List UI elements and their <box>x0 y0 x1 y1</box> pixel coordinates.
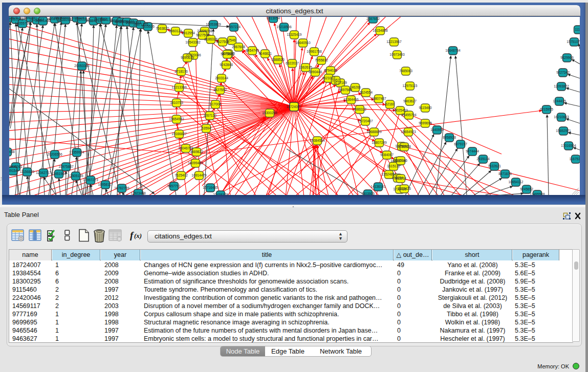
svg-text:9463627: 9463627 <box>403 99 417 103</box>
svg-text:11156829: 11156829 <box>20 170 35 173</box>
svg-text:17359924: 17359924 <box>69 150 84 154</box>
svg-text:9756928: 9756928 <box>398 145 411 148</box>
svg-text:5675685: 5675685 <box>221 52 234 56</box>
svg-text:6322037: 6322037 <box>286 61 299 65</box>
svg-text:1640954: 1640954 <box>430 128 444 132</box>
svg-text:39154: 39154 <box>9 169 17 172</box>
svg-text:7955812: 7955812 <box>315 58 328 62</box>
svg-text:7625402: 7625402 <box>175 173 188 177</box>
svg-text:1588520: 1588520 <box>271 58 285 61</box>
svg-text:17957273: 17957273 <box>83 178 98 182</box>
svg-text:9635746: 9635746 <box>394 159 407 162</box>
svg-text:7546: 7546 <box>228 38 236 42</box>
svg-text:3624554: 3624554 <box>359 91 373 94</box>
svg-text:7357224: 7357224 <box>227 25 241 29</box>
svg-text:8912954: 8912954 <box>182 31 195 35</box>
svg-text:10807487: 10807487 <box>371 97 386 100</box>
svg-text:(x): (x) <box>134 232 142 239</box>
svg-text:9245652: 9245652 <box>520 187 533 191</box>
svg-text:1457: 1457 <box>332 78 340 82</box>
svg-text:16046788: 16046788 <box>178 146 193 150</box>
svg-text:16210643: 16210643 <box>554 115 569 119</box>
svg-text:9227342: 9227342 <box>556 71 570 74</box>
svg-text:2803144: 2803144 <box>215 76 228 80</box>
svg-text:2087652: 2087652 <box>366 17 380 20</box>
svg-text:7485063: 7485063 <box>399 69 412 73</box>
svg-text:8960124: 8960124 <box>169 29 182 33</box>
svg-text:19654982: 19654982 <box>169 117 184 121</box>
svg-text:16640910: 16640910 <box>295 41 311 45</box>
svg-text:25495794: 25495794 <box>401 113 417 117</box>
svg-text:11451944: 11451944 <box>52 172 67 176</box>
svg-text:963214: 963214 <box>395 177 406 180</box>
svg-text:7986322: 7986322 <box>353 107 366 111</box>
svg-text:10543382: 10543382 <box>185 40 201 44</box>
svg-text:1167531: 1167531 <box>569 157 580 161</box>
svg-text:8471676: 8471676 <box>498 172 512 176</box>
svg-text:18300295: 18300295 <box>262 111 277 115</box>
svg-text:1112: 1112 <box>575 28 580 31</box>
svg-text:9474444: 9474444 <box>466 149 479 153</box>
svg-text:18807249: 18807249 <box>372 141 387 144</box>
svg-text:7632621: 7632621 <box>488 164 501 168</box>
svg-text:10961758: 10961758 <box>307 50 322 53</box>
svg-text:9115460: 9115460 <box>419 106 432 110</box>
svg-text:62160: 62160 <box>385 102 395 106</box>
svg-text:9329966: 9329966 <box>560 56 574 59</box>
svg-text:1244415: 1244415 <box>553 99 566 103</box>
svg-text:15716485: 15716485 <box>203 186 218 189</box>
svg-text:12505135: 12505135 <box>68 174 83 178</box>
svg-text:16053809: 16053809 <box>206 23 221 26</box>
svg-text:1733426: 1733426 <box>398 187 411 190</box>
svg-text:1615132: 1615132 <box>387 164 400 168</box>
svg-text:19218506: 19218506 <box>276 25 292 29</box>
svg-text:9457791: 9457791 <box>167 184 181 188</box>
svg-text:10654112: 10654112 <box>509 180 524 184</box>
svg-text:12342717: 12342717 <box>36 171 51 174</box>
svg-text:20206556: 20206556 <box>47 152 62 156</box>
svg-text:9827509: 9827509 <box>196 33 209 37</box>
svg-text:10688609: 10688609 <box>366 130 382 134</box>
svg-text:6794028: 6794028 <box>324 69 337 72</box>
svg-text:10025453: 10025453 <box>393 108 408 112</box>
svg-text:10958117: 10958117 <box>98 183 113 186</box>
svg-text:15692971: 15692971 <box>556 129 571 133</box>
svg-text:12923448: 12923448 <box>130 191 146 195</box>
svg-text:8990448: 8990448 <box>309 70 322 74</box>
svg-text:19384554: 19384554 <box>310 139 325 142</box>
svg-text:15751074: 15751074 <box>567 40 580 43</box>
svg-text:13524851: 13524851 <box>381 172 397 176</box>
svg-text:8835061: 8835061 <box>9 165 23 168</box>
svg-text:12975115: 12975115 <box>403 84 418 87</box>
svg-text:7663822: 7663822 <box>156 27 169 30</box>
svg-text:19166827: 19166827 <box>171 132 187 136</box>
svg-text:11325419: 11325419 <box>287 33 302 36</box>
svg-text:16648784: 16648784 <box>445 49 461 52</box>
svg-text:20166438: 20166438 <box>9 150 15 154</box>
svg-text:19654923: 19654923 <box>401 130 416 134</box>
svg-text:14136141: 14136141 <box>371 185 386 188</box>
svg-text:417004: 417004 <box>210 102 221 106</box>
svg-text:23226058: 23226058 <box>197 29 212 33</box>
svg-text:f: f <box>130 230 134 240</box>
svg-text:9699695: 9699695 <box>419 121 432 125</box>
svg-text:15063972: 15063972 <box>9 17 24 21</box>
svg-text:12213967: 12213967 <box>386 40 402 43</box>
svg-text:1362615: 1362615 <box>299 65 312 69</box>
svg-text:10973493: 10973493 <box>389 53 405 56</box>
svg-text:8454749: 8454749 <box>246 49 259 52</box>
svg-text:14055714: 14055714 <box>15 21 30 25</box>
svg-text:6879197: 6879197 <box>454 142 467 146</box>
svg-text:16154808: 16154808 <box>373 29 388 32</box>
svg-text:21364436: 21364436 <box>343 98 359 101</box>
svg-text:9242848: 9242848 <box>220 63 233 67</box>
svg-text:10975887: 10975887 <box>58 165 74 168</box>
svg-text:16099489: 16099489 <box>188 161 203 165</box>
svg-text:9527508: 9527508 <box>216 40 229 43</box>
svg-text:1810753: 1810753 <box>170 101 183 104</box>
svg-text:2967608: 2967608 <box>232 45 245 49</box>
svg-text:13495588: 13495588 <box>530 192 545 195</box>
svg-text:3469822: 3469822 <box>190 150 203 154</box>
svg-text:9390619: 9390619 <box>181 56 194 59</box>
svg-text:7515526: 7515526 <box>141 25 155 28</box>
